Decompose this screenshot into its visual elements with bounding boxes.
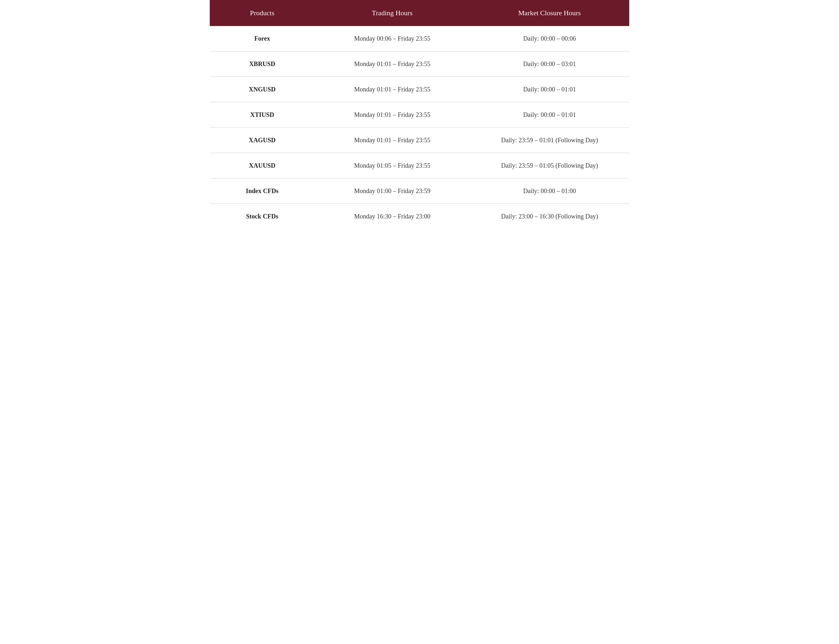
product-name-cell: Stock CFDs xyxy=(210,204,315,229)
trading-hours-cell: Monday 01:00 – Friday 23:59 xyxy=(315,179,470,204)
closure-hours-cell: Daily: 23:59 – 01:05 (Following Day) xyxy=(470,153,629,179)
closure-hours-cell: Daily: 23:59 – 01:01 (Following Day) xyxy=(470,128,629,153)
table-row: XNGUSDMonday 01:01 – Friday 23:55Daily: … xyxy=(210,77,629,102)
table-row: XBRUSDMonday 01:01 – Friday 23:55Daily: … xyxy=(210,51,629,77)
product-name-cell: XTIUSD xyxy=(210,102,315,128)
trading-hours-table: Products Trading Hours Market Closure Ho… xyxy=(210,0,629,229)
table-row: Stock CFDsMonday 16:30 – Friday 23:00Dai… xyxy=(210,204,629,229)
table-body: ForexMonday 00:06 – Friday 23:55Daily: 0… xyxy=(210,26,629,229)
table-row: Index CFDsMonday 01:00 – Friday 23:59Dai… xyxy=(210,179,629,204)
trading-hours-cell: Monday 01:01 – Friday 23:55 xyxy=(315,102,470,128)
trading-hours-cell: Monday 01:01 – Friday 23:55 xyxy=(315,77,470,102)
product-name-cell: XAUUSD xyxy=(210,153,315,179)
table-row: XAGUSDMonday 01:01 – Friday 23:55Daily: … xyxy=(210,128,629,153)
trading-hours-cell: Monday 01:01 – Friday 23:55 xyxy=(315,128,470,153)
table-row: XTIUSDMonday 01:01 – Friday 23:55Daily: … xyxy=(210,102,629,128)
trading-hours-cell: Monday 16:30 – Friday 23:00 xyxy=(315,204,470,229)
products-header: Products xyxy=(210,0,315,26)
closure-hours-cell: Daily: 00:00 – 03:01 xyxy=(470,51,629,77)
table-header-row: Products Trading Hours Market Closure Ho… xyxy=(210,0,629,26)
product-name-cell: Index CFDs xyxy=(210,179,315,204)
trading-hours-header: Trading Hours xyxy=(315,0,470,26)
closure-hours-cell: Daily: 00:00 – 01:00 xyxy=(470,179,629,204)
product-name-cell: Forex xyxy=(210,26,315,51)
trading-hours-cell: Monday 00:06 – Friday 23:55 xyxy=(315,26,470,51)
closure-hours-header: Market Closure Hours xyxy=(470,0,629,26)
table-row: ForexMonday 00:06 – Friday 23:55Daily: 0… xyxy=(210,26,629,51)
product-name-cell: XAGUSD xyxy=(210,128,315,153)
closure-hours-cell: Daily: 00:00 – 01:01 xyxy=(470,77,629,102)
product-name-cell: XNGUSD xyxy=(210,77,315,102)
table-row: XAUUSDMonday 01:05 – Friday 23:55Daily: … xyxy=(210,153,629,179)
closure-hours-cell: Daily: 00:00 – 01:01 xyxy=(470,102,629,128)
closure-hours-cell: Daily: 23:00 – 16:30 (Following Day) xyxy=(470,204,629,229)
trading-hours-cell: Monday 01:05 – Friday 23:55 xyxy=(315,153,470,179)
trading-hours-cell: Monday 01:01 – Friday 23:55 xyxy=(315,51,470,77)
closure-hours-cell: Daily: 00:00 – 00:06 xyxy=(470,26,629,51)
product-name-cell: XBRUSD xyxy=(210,51,315,77)
